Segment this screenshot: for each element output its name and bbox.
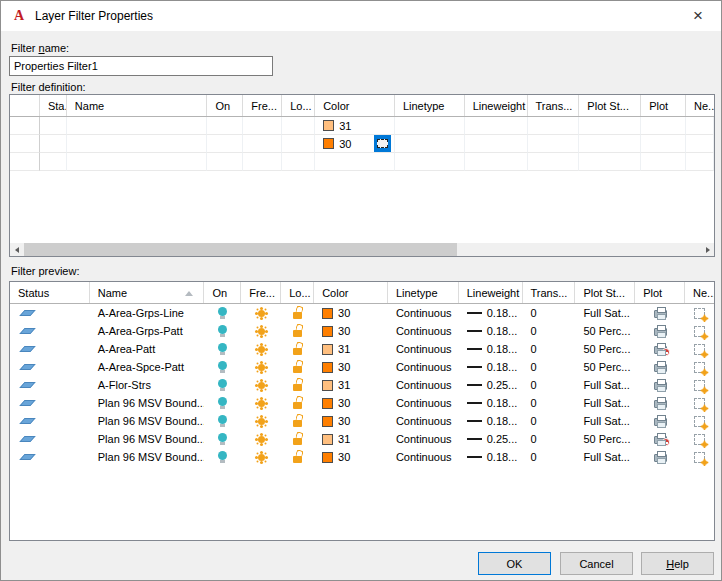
definition-cell[interactable] xyxy=(528,153,580,171)
layer-row[interactable]: A-Area-Grps-Patt30Continuous0.18...050 P… xyxy=(10,322,714,340)
definition-cell[interactable] xyxy=(465,153,528,171)
cancel-button[interactable]: Cancel xyxy=(560,552,633,575)
layer-name-cell: A-Area-Patt xyxy=(90,340,205,358)
scroll-right-icon[interactable] xyxy=(701,243,714,256)
definition-cell[interactable] xyxy=(579,117,641,135)
definition-cell[interactable] xyxy=(579,135,641,153)
column-header-linetype[interactable]: Linetype xyxy=(395,95,465,116)
layer-row[interactable]: Plan 96 MSV Bound...30Continuous0.18...0… xyxy=(10,412,714,430)
column-header-trans-[interactable]: Trans... xyxy=(528,95,580,116)
layer-row[interactable]: Plan 96 MSV Bound...31Continuous0.25...0… xyxy=(10,430,714,448)
definition-cell[interactable] xyxy=(40,153,67,171)
layer-row[interactable]: A-Area-Patt31Continuous0.18...050 Perc..… xyxy=(10,340,714,358)
column-header-color[interactable]: Color xyxy=(315,95,395,116)
definition-cell[interactable] xyxy=(686,153,714,171)
column-header-ne-[interactable]: Ne... xyxy=(685,282,714,303)
definition-cell[interactable]: 30 xyxy=(315,135,395,153)
definition-cell[interactable] xyxy=(641,135,686,153)
definition-cell[interactable] xyxy=(243,153,282,171)
column-header-linetype[interactable]: Linetype xyxy=(388,282,459,303)
definition-cell[interactable]: 31 xyxy=(315,117,395,135)
definition-body[interactable]: 3130 xyxy=(10,117,714,171)
ok-button[interactable]: OK xyxy=(478,552,551,575)
definition-cell[interactable] xyxy=(67,153,208,171)
plot-cell xyxy=(635,376,685,394)
column-header-plot[interactable]: Plot xyxy=(635,282,685,303)
column-header-plot-st-[interactable]: Plot St... xyxy=(575,282,635,303)
horizontal-scrollbar[interactable] xyxy=(10,243,714,256)
definition-cell[interactable] xyxy=(528,117,580,135)
definition-cell[interactable] xyxy=(395,153,465,171)
column-header-trans-[interactable]: Trans... xyxy=(523,282,576,303)
definition-cell[interactable] xyxy=(67,135,208,153)
layer-row[interactable]: A-Flor-Strs31Continuous0.25...0Full Sat.… xyxy=(10,376,714,394)
definition-cell[interactable] xyxy=(641,117,686,135)
lock-cell xyxy=(281,322,314,340)
cell-select-icon[interactable] xyxy=(374,135,391,152)
close-icon[interactable]: × xyxy=(681,1,715,31)
column-header-lineweight[interactable]: Lineweight xyxy=(465,95,528,116)
column-header-status[interactable]: Status xyxy=(10,282,90,303)
layer-status-icon xyxy=(19,418,35,424)
filter-definition-table[interactable]: Sta...NameOnFre...Lo...ColorLinetypeLine… xyxy=(9,94,715,257)
layer-row[interactable]: Plan 96 MSV Bound...30Continuous0.18...0… xyxy=(10,448,714,466)
layer-name-cell: Plan 96 MSV Bound... xyxy=(90,394,205,412)
definition-cell[interactable] xyxy=(282,135,315,153)
on-cell xyxy=(204,358,241,376)
filter-preview-table[interactable]: StatusNameOnFre...Lo...ColorLinetypeLine… xyxy=(9,281,715,541)
definition-cell[interactable] xyxy=(40,117,67,135)
lightbulb-on-icon xyxy=(218,451,227,460)
definition-cell[interactable] xyxy=(465,135,528,153)
column-header-name[interactable]: Name xyxy=(90,282,205,303)
layer-row[interactable]: Plan 96 MSV Bound...30Continuous0.18...0… xyxy=(10,394,714,412)
definition-cell[interactable] xyxy=(686,135,714,153)
definition-row[interactable]: 31 xyxy=(10,117,714,135)
column-header-on[interactable]: On xyxy=(207,95,243,116)
definition-cell[interactable] xyxy=(686,117,714,135)
definition-row[interactable] xyxy=(10,153,714,171)
column-header-lineweight[interactable]: Lineweight xyxy=(459,282,523,303)
definition-cell[interactable] xyxy=(315,153,395,171)
help-button[interactable]: Help xyxy=(641,552,714,575)
definition-cell[interactable] xyxy=(67,117,208,135)
column-header-fre-[interactable]: Fre... xyxy=(243,95,282,116)
column-header-lo-[interactable]: Lo... xyxy=(281,282,314,303)
column-header-plot-st-[interactable]: Plot St... xyxy=(579,95,641,116)
column-header-lo-[interactable]: Lo... xyxy=(282,95,315,116)
definition-cell[interactable] xyxy=(207,117,243,135)
lightbulb-on-icon xyxy=(218,397,227,406)
definition-cell[interactable] xyxy=(243,135,282,153)
layer-row[interactable]: A-Area-Spce-Patt30Continuous0.18...050 P… xyxy=(10,358,714,376)
column-header-on[interactable]: On xyxy=(204,282,241,303)
definition-cell[interactable] xyxy=(243,117,282,135)
status-cell xyxy=(10,430,90,448)
column-header-row-selector[interactable] xyxy=(10,95,40,116)
column-header-name[interactable]: Name xyxy=(67,95,208,116)
scroll-left-icon[interactable] xyxy=(10,243,23,256)
definition-cell[interactable] xyxy=(395,135,465,153)
definition-cell[interactable] xyxy=(641,153,686,171)
definition-cell[interactable] xyxy=(579,153,641,171)
layer-row[interactable]: A-Area-Grps-Line30Continuous0.18...0Full… xyxy=(10,304,714,322)
definition-cell[interactable] xyxy=(465,117,528,135)
definition-cell[interactable] xyxy=(282,117,315,135)
row-selector-cell[interactable] xyxy=(10,135,40,153)
filter-name-input[interactable] xyxy=(9,56,273,76)
column-header-sta-[interactable]: Sta... xyxy=(40,95,67,116)
definition-cell[interactable] xyxy=(207,135,243,153)
scrollbar-thumb[interactable] xyxy=(24,243,457,256)
definition-cell[interactable] xyxy=(528,135,580,153)
column-header-color[interactable]: Color xyxy=(314,282,388,303)
column-header-ne-[interactable]: Ne... xyxy=(686,95,714,116)
column-header-fre-[interactable]: Fre... xyxy=(241,282,281,303)
column-header-plot[interactable]: Plot xyxy=(641,95,686,116)
row-selector-cell[interactable] xyxy=(10,117,40,135)
row-selector-cell[interactable] xyxy=(10,153,40,171)
definition-row[interactable]: 30 xyxy=(10,135,714,153)
linetype-cell: Continuous xyxy=(388,340,459,358)
definition-cell[interactable] xyxy=(282,153,315,171)
preview-body[interactable]: A-Area-Grps-Line30Continuous0.18...0Full… xyxy=(10,304,714,466)
definition-cell[interactable] xyxy=(207,153,243,171)
definition-cell[interactable] xyxy=(395,117,465,135)
definition-cell[interactable] xyxy=(40,135,67,153)
